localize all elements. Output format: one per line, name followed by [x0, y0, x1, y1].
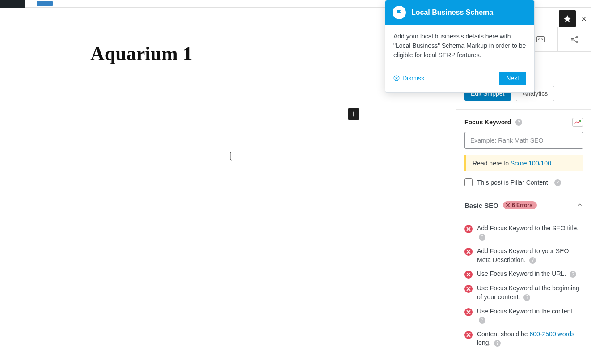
chevron-up-icon: [577, 202, 583, 209]
svg-point-4: [576, 41, 578, 43]
error-icon: [464, 271, 473, 279]
dismiss-button[interactable]: Dismiss: [393, 75, 424, 82]
dismiss-icon: [393, 75, 400, 81]
pillar-content-row[interactable]: This post is Pillar Content ?: [464, 178, 583, 186]
basic-seo-checks: Add Focus Keyword to the SEO title. ?Add…: [456, 216, 591, 356]
help-icon[interactable]: ?: [529, 257, 536, 264]
score-link[interactable]: Score 100/100: [511, 160, 551, 167]
add-block-button[interactable]: [348, 108, 359, 120]
pillar-label: This post is Pillar Content: [477, 179, 548, 186]
seo-check-item: Use Focus Keyword in the URL. ?: [464, 267, 583, 281]
x-icon: [506, 203, 510, 207]
help-icon[interactable]: ?: [515, 119, 522, 126]
words-link[interactable]: 600-2500 words: [530, 330, 574, 338]
next-button[interactable]: Next: [499, 72, 526, 85]
star-icon: [563, 14, 572, 23]
help-icon[interactable]: ?: [479, 317, 485, 324]
local-business-popover: Local Business Schema Add your local bus…: [385, 0, 535, 93]
svg-point-3: [576, 36, 578, 38]
help-icon[interactable]: ?: [554, 179, 561, 186]
popover-body: Add your local business's details here w…: [385, 25, 534, 67]
seo-check-item: Add Focus Keyword to the SEO title. ?: [464, 221, 583, 244]
wp-menu-icon[interactable]: [0, 0, 25, 8]
focus-keyword-input[interactable]: [464, 132, 583, 149]
text-cursor-icon: [228, 151, 232, 161]
popover-title: Local Business Schema: [411, 8, 493, 17]
seo-check-item: Add Focus Keyword to your SEO Meta Descr…: [464, 244, 583, 267]
plus-icon: [350, 110, 358, 118]
error-icon: [464, 308, 473, 316]
error-icon: [464, 285, 473, 293]
focus-keyword-label: Focus Keyword ?: [464, 119, 522, 126]
close-sidebar-button[interactable]: [579, 14, 588, 23]
error-icon: [464, 248, 473, 256]
close-icon: [580, 15, 587, 22]
focus-keyword-section: Focus Keyword ? Read here to Score 100/1…: [456, 110, 591, 195]
seo-check-item: Use Focus Keyword at the beginning of yo…: [464, 281, 583, 304]
help-icon[interactable]: ?: [494, 340, 501, 347]
error-icon: [464, 225, 473, 233]
code-box-icon: [536, 34, 545, 44]
toolbar-button[interactable]: [37, 1, 53, 6]
tab-social[interactable]: [558, 27, 591, 51]
seo-check-item: Use Focus Keyword in the content. ?: [464, 305, 583, 327]
seo-check-text: Add Focus Keyword to the SEO title. ?: [477, 224, 583, 241]
seo-check-text: Use Focus Keyword at the beginning of yo…: [477, 284, 583, 301]
seo-check-item: Content should be 600-2500 words long. ?: [464, 327, 583, 350]
help-icon[interactable]: ?: [570, 271, 576, 278]
trends-button[interactable]: [572, 118, 583, 127]
help-icon[interactable]: ?: [523, 294, 530, 301]
help-icon[interactable]: ?: [479, 234, 485, 241]
trend-up-icon: [574, 119, 581, 125]
basic-seo-title: Basic SEO: [464, 202, 498, 209]
error-icon: [464, 331, 473, 339]
seo-check-text: Content should be 600-2500 words long. ?: [477, 330, 583, 347]
seo-check-text: Use Focus Keyword in the content. ?: [477, 307, 583, 325]
svg-point-2: [571, 38, 573, 40]
flag-icon: [393, 6, 406, 19]
popover-header: Local Business Schema: [385, 0, 534, 25]
error-count-badge: 6 Errors: [503, 201, 537, 209]
share-icon: [570, 34, 579, 44]
svg-rect-1: [537, 37, 545, 42]
rank-math-star-button[interactable]: [559, 10, 576, 27]
seo-check-text: Add Focus Keyword to your SEO Meta Descr…: [477, 247, 583, 264]
popover-footer: Dismiss Next: [385, 67, 534, 92]
post-title[interactable]: Aquarium 1: [90, 42, 193, 65]
pillar-checkbox[interactable]: [464, 178, 473, 186]
basic-seo-panel-header[interactable]: Basic SEO 6 Errors: [456, 195, 591, 216]
seo-check-text: Use Focus Keyword in the URL. ?: [477, 270, 576, 279]
score-tip: Read here to Score 100/100: [464, 155, 583, 171]
